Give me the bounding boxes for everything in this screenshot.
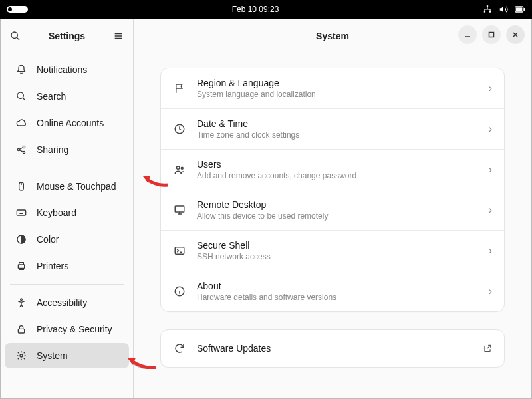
mouse-icon <box>15 180 27 192</box>
svg-point-20 <box>177 166 180 170</box>
row-secure-shell[interactable]: Secure Shell SSH network access › <box>161 230 504 271</box>
maximize-button[interactable] <box>482 25 501 44</box>
sidebar: Settings Notifications Search <box>1 19 134 398</box>
flag-icon <box>173 82 186 95</box>
sidebar-item-sharing[interactable]: Sharing <box>5 137 129 162</box>
sidebar-item-label: Sharing <box>37 144 68 155</box>
printer-icon <box>15 260 27 272</box>
row-title: Date & Time <box>197 118 478 129</box>
software-updates-card: Software Updates <box>160 329 505 368</box>
row-subtitle: Add and remove accounts, change password <box>197 171 478 180</box>
svg-rect-12 <box>17 210 25 215</box>
svg-rect-16 <box>18 329 24 333</box>
sidebar-item-printers[interactable]: Printers <box>5 253 129 279</box>
row-subtitle: Hardware details and software versions <box>197 293 478 302</box>
chevron-right-icon: › <box>489 82 492 94</box>
sidebar-separator <box>10 284 124 285</box>
sidebar-item-label: System <box>37 350 68 361</box>
row-subtitle: Allow this device to be used remotely <box>197 211 478 221</box>
accessibility-icon <box>15 297 27 309</box>
row-users[interactable]: Users Add and remove accounts, change pa… <box>161 149 504 190</box>
keyboard-icon <box>15 207 27 219</box>
row-title: Secure Shell <box>197 240 478 251</box>
main-pane: System Regio <box>134 19 531 398</box>
sidebar-item-label: Search <box>37 91 66 102</box>
minimize-button[interactable] <box>458 25 477 44</box>
row-title: Software Updates <box>197 343 472 354</box>
row-title: About <box>197 281 478 291</box>
settings-window: Settings Notifications Search <box>0 19 532 399</box>
sidebar-item-label: Privacy & Security <box>37 324 112 334</box>
terminal-icon <box>173 244 186 257</box>
sidebar-item-label: Mouse & Touchpad <box>37 181 116 192</box>
volume-icon[interactable] <box>499 5 508 14</box>
sidebar-list: Notifications Search Online Accounts Sha… <box>1 53 133 374</box>
battery-icon[interactable] <box>515 5 525 14</box>
svg-point-17 <box>20 354 23 357</box>
row-software-updates[interactable]: Software Updates <box>161 330 504 367</box>
chevron-right-icon: › <box>489 164 492 176</box>
sidebar-item-notifications[interactable]: Notifications <box>5 57 129 82</box>
svg-point-6 <box>11 32 17 38</box>
sidebar-item-search[interactable]: Search <box>5 84 129 109</box>
search-icon[interactable] <box>9 29 22 43</box>
color-icon <box>15 233 27 245</box>
close-button[interactable] <box>506 25 525 44</box>
refresh-icon <box>173 342 186 355</box>
row-remote-desktop[interactable]: Remote Desktop Allow this device to be u… <box>161 190 504 230</box>
svg-rect-4 <box>516 7 522 11</box>
row-subtitle: System language and localization <box>197 90 478 99</box>
row-region-language[interactable]: Region & Language System language and lo… <box>161 68 504 108</box>
sidebar-header: Settings <box>1 19 133 53</box>
sidebar-item-privacy[interactable]: Privacy & Security <box>5 317 129 342</box>
gear-icon <box>15 350 27 362</box>
sidebar-item-mouse[interactable]: Mouse & Touchpad <box>5 174 129 199</box>
row-title: Remote Desktop <box>197 200 478 210</box>
remote-desktop-icon <box>173 203 186 217</box>
main-header: System <box>134 19 531 53</box>
cloud-icon <box>15 117 27 129</box>
topbar-datetime[interactable]: Feb 10 09:23 <box>232 5 279 14</box>
sidebar-item-label: Notifications <box>37 65 87 75</box>
sidebar-title: Settings <box>49 31 85 41</box>
page-title: System <box>316 31 349 41</box>
svg-rect-14 <box>18 265 24 268</box>
system-topbar: Feb 10 09:23 <box>0 0 532 19</box>
sidebar-item-label: Color <box>37 234 59 245</box>
lock-icon <box>15 323 27 335</box>
sidebar-item-label: Keyboard <box>37 207 76 218</box>
sidebar-item-online-accounts[interactable]: Online Accounts <box>5 110 129 136</box>
sidebar-item-accessibility[interactable]: Accessibility <box>5 290 129 315</box>
external-link-icon <box>483 344 492 353</box>
network-icon[interactable] <box>483 5 492 14</box>
magnify-icon <box>15 90 27 102</box>
row-title: Region & Language <box>197 78 478 88</box>
svg-point-21 <box>181 167 183 169</box>
row-subtitle: SSH network access <box>197 252 478 261</box>
row-about[interactable]: About Hardware details and software vers… <box>161 271 504 311</box>
row-title: Users <box>197 159 478 170</box>
sidebar-item-label: Printers <box>37 261 68 271</box>
svg-rect-1 <box>484 11 485 12</box>
content-area: Region & Language System language and lo… <box>134 53 531 382</box>
svg-rect-2 <box>489 11 491 12</box>
bell-icon <box>15 64 27 76</box>
clock-icon <box>173 122 186 136</box>
sidebar-item-label: Online Accounts <box>37 118 104 128</box>
chevron-right-icon: › <box>489 245 492 257</box>
sidebar-item-label: Accessibility <box>37 297 87 308</box>
window-controls <box>458 25 525 44</box>
chevron-right-icon: › <box>489 285 492 297</box>
sidebar-item-system[interactable]: System <box>5 343 129 368</box>
svg-rect-23 <box>175 247 184 255</box>
row-date-time[interactable]: Date & Time Time zone and clock settings… <box>161 108 504 149</box>
row-subtitle: Time zone and clock settings <box>197 130 478 140</box>
activities-pill[interactable] <box>7 6 28 13</box>
svg-rect-0 <box>487 5 488 7</box>
svg-rect-5 <box>523 8 525 11</box>
hamburger-icon[interactable] <box>112 29 125 43</box>
info-icon <box>173 285 186 298</box>
share-icon <box>15 144 27 156</box>
sidebar-item-color[interactable]: Color <box>5 227 129 252</box>
sidebar-item-keyboard[interactable]: Keyboard <box>5 200 129 225</box>
